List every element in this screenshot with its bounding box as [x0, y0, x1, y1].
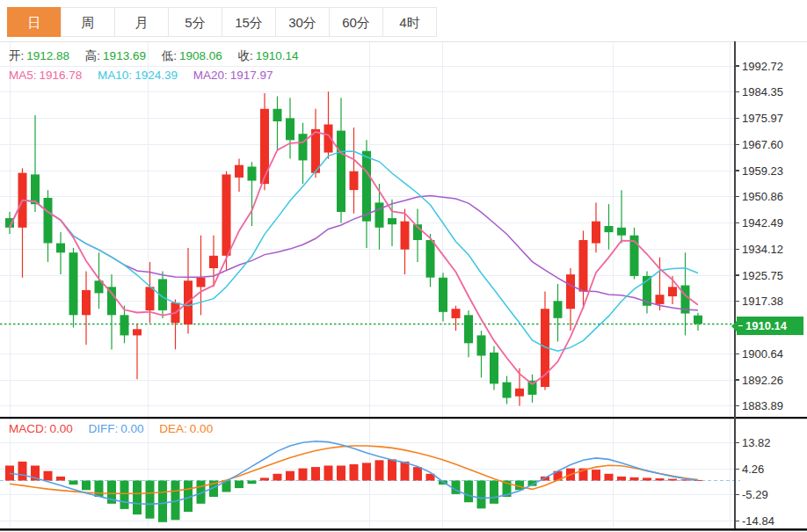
axis-tick-label: 1992.72 [742, 60, 783, 73]
axis-tick-label: 1942.49 [742, 216, 783, 230]
axis-tick-label: 1975.97 [742, 112, 783, 125]
candle-body [388, 218, 396, 224]
axis-tick-label: 1984.35 [742, 85, 783, 98]
candle-body [439, 278, 447, 312]
macd-bar [56, 477, 65, 481]
ohlc-close: 收:1910.14 [238, 49, 299, 62]
axis-tick-label: 1925.75 [742, 269, 783, 282]
macd-bar [133, 481, 142, 515]
macd-bar [158, 481, 167, 522]
axis-tick-label: 1959.23 [742, 164, 783, 178]
candle-body [592, 222, 600, 244]
candle-body [668, 287, 677, 296]
macd-bar [69, 481, 78, 485]
candle-body [311, 129, 320, 173]
macd-bar [656, 478, 665, 481]
candle-body [337, 131, 345, 212]
candle-body [566, 274, 575, 309]
macd-bar [375, 460, 384, 480]
axis-tick-label: 1967.60 [742, 138, 783, 151]
axis-tick-label: -5.29 [742, 488, 768, 501]
tab-5min[interactable]: 5分 [168, 7, 222, 37]
candle-body [617, 228, 626, 236]
macd-bar [18, 462, 27, 481]
macd-bar [592, 470, 600, 480]
macd-label: MACD: [9, 422, 47, 435]
macd-bar [477, 481, 486, 509]
tab-4hour[interactable]: 4时 [382, 7, 437, 37]
ohlc-low: 低:1908.06 [162, 49, 222, 62]
dea-value: 0.00 [190, 422, 213, 435]
dea-label: DEA: [159, 422, 187, 435]
candle-body [248, 167, 257, 181]
candle-body [82, 290, 91, 315]
tab-month[interactable]: 月 [114, 7, 169, 37]
current-price-value: 1910.14 [745, 319, 787, 332]
candle-body [120, 315, 129, 335]
grid-layer [0, 42, 735, 528]
axis-tick-label: 1900.64 [742, 347, 783, 361]
diff-label: DIFF: [89, 422, 119, 435]
candle-body [286, 118, 294, 140]
tab-15min[interactable]: 15分 [222, 7, 276, 37]
macd-bar [464, 481, 473, 503]
macd-bar [388, 459, 396, 480]
candle-body [401, 222, 410, 250]
candle-body [579, 240, 588, 292]
macd-bar [630, 477, 639, 481]
candle-body [273, 109, 282, 121]
ma5-legend: MA5:1916.78 [9, 69, 82, 82]
macd-value: 0.00 [50, 422, 73, 435]
candle-body [477, 335, 486, 355]
tab-30min[interactable]: 30分 [275, 7, 330, 37]
macd-bar [362, 463, 371, 480]
candle-body [146, 287, 155, 310]
macd-legend: MACD:0.00 DIFF:0.00 DEA:0.00 [9, 422, 225, 435]
diff-value-legend: DIFF:0.00 [89, 422, 144, 435]
macd-bar [337, 466, 345, 481]
macd-bar [643, 477, 651, 480]
candle-body [299, 134, 308, 160]
macd-bar [324, 466, 333, 481]
ohlc-legend: 开:1912.88 高:1913.69 低:1908.06 收:1910.14 [9, 48, 311, 64]
candle-body [694, 316, 702, 324]
macd-bar [120, 481, 129, 509]
bottom-border [0, 528, 807, 531]
ma5-value: 1916.78 [40, 69, 83, 82]
tab-week[interactable]: 周 [61, 7, 115, 37]
candle-body [605, 226, 614, 232]
current-price-tag: 1910.14 [737, 317, 803, 335]
candle-body [656, 295, 665, 304]
macd-bar [146, 481, 155, 519]
ohlc-high: 高:1913.69 [85, 49, 146, 62]
close-value: 1910.14 [256, 49, 299, 62]
candle-body [452, 309, 461, 318]
tab-day[interactable]: 日 [7, 7, 62, 37]
open-value: 1912.88 [26, 49, 69, 62]
macd-bar [413, 467, 422, 480]
trading-chart-app: 1992.721984.351975.971967.601959.231950.… [0, 0, 807, 532]
close-label: 收: [238, 49, 253, 62]
ma20-value: 1917.97 [230, 69, 273, 82]
tab-60min[interactable]: 60分 [329, 7, 383, 37]
ma10-label: MA10: [98, 69, 132, 82]
axis-tick-label: 13.82 [742, 436, 771, 449]
high-label: 高: [85, 49, 100, 62]
timeframe-tabbar: 日周月5分15分30分60分4时 [7, 7, 437, 37]
axis-tick-label: 1917.38 [742, 295, 783, 308]
axis-tick-label: 1883.89 [742, 399, 783, 412]
candle-body [503, 383, 512, 398]
axis-tick-label: 1892.26 [742, 374, 783, 387]
macd-layer [0, 441, 740, 522]
dea-value-legend: DEA:0.00 [159, 422, 213, 435]
macd-bar [605, 474, 614, 481]
open-label: 开: [9, 49, 24, 62]
macd-bar [490, 481, 498, 504]
candle-body [260, 109, 269, 184]
macd-bar [95, 481, 104, 498]
candle-body [554, 301, 563, 318]
ma5-label: MA5: [9, 69, 37, 82]
axis-tick-label: 1934.12 [742, 243, 783, 256]
macd-bar [248, 481, 257, 485]
candle-body [350, 171, 359, 190]
